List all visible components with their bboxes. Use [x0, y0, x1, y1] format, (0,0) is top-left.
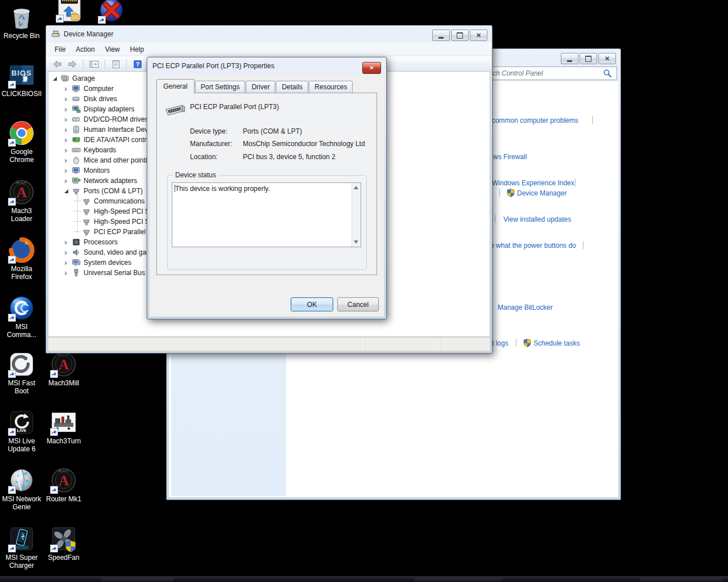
cp-link-schedule-tasks[interactable]: Schedule tasks: [533, 339, 580, 347]
magnifier-icon[interactable]: [603, 69, 612, 80]
device-status-textbox[interactable]: This device is working properly.: [172, 182, 361, 247]
tree-item-network-adapters[interactable]: Network adapters: [49, 176, 137, 186]
tab-details[interactable]: Details: [276, 81, 308, 93]
tree-item-garage[interactable]: Garage: [49, 73, 95, 84]
dialog-titlebar[interactable]: PCI ECP Parallel Port (LPT3) Properties: [147, 57, 386, 74]
expander-collapsed-icon[interactable]: [64, 239, 70, 246]
scroll-up-icon[interactable]: [354, 186, 358, 189]
desktop-icon-mach3-loader[interactable]: AARTSOFTMach3 Loader: [0, 178, 43, 223]
hid-device-icon: [72, 125, 81, 134]
scroll-down-icon[interactable]: [354, 240, 358, 244]
expander-collapsed-icon[interactable]: [64, 178, 70, 184]
expander-collapsed-icon[interactable]: [64, 96, 70, 102]
desktop-icon-msi-command[interactable]: MSI Comma...: [0, 294, 43, 339]
dm-close-button[interactable]: ✕: [470, 30, 487, 41]
back-icon[interactable]: [49, 58, 64, 70]
expander-expanded-icon[interactable]: [52, 76, 59, 82]
tree-item-universal-serial-bus-co[interactable]: Universal Serial Bus co: [49, 268, 154, 278]
cp-maximize-button[interactable]: [580, 53, 597, 64]
properties-icon[interactable]: [109, 58, 123, 70]
tree-item-disk-drives[interactable]: Disk drives: [49, 94, 117, 104]
menu-view[interactable]: View: [100, 44, 125, 55]
expander-collapsed-icon[interactable]: [64, 168, 70, 174]
monitor-device-icon: [72, 166, 81, 175]
ok-button[interactable]: OK: [291, 297, 333, 311]
tree-item-human-interface-devi[interactable]: Human Interface Devi: [49, 124, 150, 135]
expander-collapsed-icon[interactable]: [64, 137, 70, 143]
taskbar-button-fragment[interactable]: [101, 577, 174, 581]
expander-collapsed-icon[interactable]: [64, 117, 70, 123]
desktop-icon-router-mk1[interactable]: AARTSOFTRouter Mk1: [42, 467, 85, 503]
desktop-icon-msi-liveupdate[interactable]: LIVEMSI Live Update 6: [0, 409, 43, 453]
taskbar-button-fragment[interactable]: [640, 577, 723, 581]
tree-item-processors[interactable]: Processors: [49, 237, 118, 247]
tree-item-dvd-cd-rom-drives[interactable]: DVD/CD-ROM drives: [49, 114, 148, 124]
tree-item-sound-video-and-gam[interactable]: Sound, video and gam: [49, 247, 152, 257]
desktop-icon-clickbios[interactable]: BIOSCLICKBIOSII: [0, 61, 43, 98]
tree-item-communications[interactable]: Communications: [49, 196, 144, 206]
expander-collapsed-icon[interactable]: [64, 157, 70, 164]
desktop-icon-msi-fastboot[interactable]: MSI Fast Boot: [0, 351, 43, 395]
cp-link-t-common-computer-problems[interactable]: t common computer problems: [488, 117, 578, 124]
tree-item-system-devices[interactable]: System devices: [49, 257, 131, 268]
tab-general[interactable]: General: [156, 79, 195, 93]
desktop-icon-msi-supercharger[interactable]: MSI Super Charger: [0, 525, 43, 569]
forward-icon[interactable]: [65, 58, 80, 70]
cp-link-windows-experience-index[interactable]: Windows Experience Index: [492, 179, 574, 187]
expander-collapsed-icon[interactable]: [64, 270, 70, 276]
desktop-icon-speedfan[interactable]: SpeedFan: [42, 525, 85, 562]
tab-resources[interactable]: Resources: [309, 81, 353, 93]
cp-close-button[interactable]: ✕: [598, 53, 616, 64]
cp-link-e-what-the-power-buttons-do[interactable]: e what the power buttons do: [490, 242, 576, 250]
cp-link-ws-firewall[interactable]: ws Firewall: [493, 153, 527, 161]
textbox-scrollbar[interactable]: [351, 183, 361, 247]
desktop-icon-mach3mill[interactable]: AARTSOFTMach3Mill: [42, 351, 85, 387]
tree-item-ports-com-lpt[interactable]: Ports (COM & LPT): [49, 186, 143, 196]
device-manager-titlebar[interactable]: Device Manager: [46, 26, 492, 43]
menu-file[interactable]: File: [49, 44, 71, 55]
desktop-icon-blue-x-shortcut[interactable]: [90, 0, 133, 24]
cp-link-t-logs[interactable]: t logs: [492, 339, 508, 347]
expander-expanded-icon[interactable]: [64, 188, 70, 194]
desktop-icon-recycle-bin[interactable]: Recycle Bin: [0, 3, 43, 40]
expander-collapsed-icon[interactable]: [64, 106, 70, 113]
desktop-icon-chrome[interactable]: Google Chrome: [0, 119, 43, 164]
tree-item-mice-and-other-pointi[interactable]: Mice and other pointi: [49, 155, 147, 165]
cp-link-device-manager[interactable]: Device Manager: [517, 189, 566, 197]
tree-item-ide-ata-atapi-contro[interactable]: IDE ATA/ATAPI contro: [49, 135, 150, 145]
show-console-tree-icon[interactable]: [87, 58, 101, 70]
tab-driver[interactable]: Driver: [246, 81, 275, 93]
tree-item-label: Computer: [84, 85, 114, 93]
desktop-icon-mach3turn[interactable]: Mach3Turn: [42, 409, 85, 445]
expander-collapsed-icon[interactable]: [64, 86, 70, 92]
desktop-icon-msi-network-genie[interactable]: MSI Network Genie: [0, 467, 43, 511]
expander-collapsed-icon[interactable]: [64, 260, 70, 266]
tree-item-monitors[interactable]: Monitors: [49, 165, 110, 176]
expander-collapsed-icon[interactable]: [64, 147, 70, 153]
menu-help[interactable]: Help: [125, 44, 150, 55]
desktop-icon-firefox[interactable]: Mozilla Firefox: [0, 236, 43, 281]
tree-item-high-speed-pci-se[interactable]: High-Speed PCI Se: [49, 206, 154, 217]
tree-item-computer[interactable]: Computer: [49, 84, 114, 94]
device-status-text: This device is working properly.: [175, 185, 270, 193]
menu-action[interactable]: Action: [71, 44, 100, 55]
dialog-close-button[interactable]: ✕: [362, 62, 381, 74]
cp-minimize-button[interactable]: [561, 53, 578, 64]
tree-item-display-adapters[interactable]: Display adapters: [49, 104, 134, 114]
taskbar-button-fragment[interactable]: [414, 577, 503, 581]
tree-item-keyboards[interactable]: Keyboards: [49, 145, 116, 155]
desktop-icon-card-reader-shortcut[interactable]: [48, 0, 91, 23]
tree-item-pci-ecp-parallel-po[interactable]: PCI ECP Parallel Po: [49, 227, 156, 237]
tree-item-high-speed-pci-se[interactable]: High-Speed PCI Se: [49, 217, 154, 227]
expander-collapsed-icon[interactable]: [64, 250, 70, 256]
cancel-button[interactable]: Cancel: [337, 297, 379, 311]
cp-link-manage-bitlocker[interactable]: Manage BitLocker: [498, 304, 553, 311]
expander-collapsed-icon[interactable]: [64, 127, 70, 133]
tab-port-settings[interactable]: Port Settings: [195, 81, 246, 93]
help-icon[interactable]: ?: [130, 58, 144, 70]
dm-minimize-button[interactable]: [432, 30, 450, 41]
cp-link-view-installed-updates[interactable]: View installed updates: [503, 215, 571, 223]
toolbar-separator: [126, 59, 127, 69]
dm-maximize-button[interactable]: [451, 30, 469, 41]
taskbar[interactable]: [0, 576, 728, 582]
